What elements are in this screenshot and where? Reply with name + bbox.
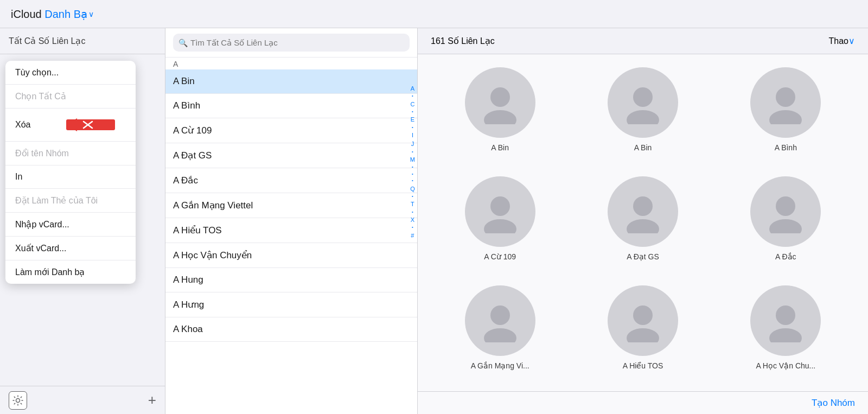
- alpha-m[interactable]: M: [410, 156, 415, 163]
- contact-card[interactable]: A Gắn Mạng Vi...: [434, 285, 566, 378]
- search-input[interactable]: [173, 34, 410, 52]
- avatar: [750, 285, 821, 356]
- alpha-hash[interactable]: #: [410, 232, 415, 239]
- list-item[interactable]: A Gắn Mạng Viettel: [165, 193, 417, 218]
- section-header-a: A: [165, 58, 417, 69]
- svg-point-5: [490, 87, 510, 107]
- list-item[interactable]: A Hưng: [165, 292, 417, 317]
- alpha-c[interactable]: C: [410, 100, 415, 108]
- svg-point-17: [490, 305, 510, 325]
- list-item[interactable]: A Hung: [165, 268, 417, 292]
- contact-grid: A Bin A Bin A Bình: [418, 54, 868, 391]
- contact-card-name: A Học Vận Chu...: [756, 361, 815, 370]
- list-item[interactable]: A Bin: [165, 69, 417, 94]
- contact-card[interactable]: A Đạt GS: [577, 176, 709, 269]
- app-title: iCloud Danh Bạ: [11, 8, 87, 21]
- contact-card[interactable]: A Bình: [720, 67, 852, 160]
- sidebar-group-label[interactable]: Tất Cả Số Liên Lạc: [0, 28, 165, 54]
- contact-card-name: A Đạt GS: [627, 252, 659, 261]
- contact-grid-panel: 161 Số Liên Lạc Thao∨ A Bin: [418, 28, 868, 414]
- svg-point-8: [627, 110, 659, 124]
- avatar: [608, 176, 678, 247]
- alpha-t[interactable]: T: [410, 200, 415, 208]
- menu-item-tuy-chon[interactable]: Tùy chọn...: [5, 61, 136, 85]
- svg-point-19: [633, 305, 653, 325]
- avatar: [465, 176, 535, 247]
- alpha-x[interactable]: X: [410, 216, 415, 224]
- search-bar: 🔍: [165, 28, 417, 58]
- contact-list-panel: 🔍 A A Bin A Bình A Cừ 109 A Đạt GS A Đắc…: [165, 28, 418, 414]
- list-item[interactable]: A Học Vận Chuyển: [165, 243, 417, 268]
- contact-card[interactable]: A Hiểu TOS: [577, 285, 709, 378]
- alpha-a[interactable]: A: [410, 85, 415, 92]
- contact-card-name: A Cừ 109: [484, 252, 516, 261]
- svg-point-20: [627, 328, 659, 342]
- top-bar: iCloud Danh Bạ ∨: [0, 0, 868, 28]
- menu-item-lam-moi[interactable]: Làm mới Danh bạ: [5, 260, 136, 284]
- list-item[interactable]: A Hiểu TOS: [165, 218, 417, 243]
- main-layout: Tất Cả Số Liên Lạc Tùy chọn... Chọn Tất …: [0, 28, 868, 414]
- thao-button[interactable]: Thao∨: [829, 36, 855, 46]
- alpha-index: A • C • E • I J • M • • • Q • T • X • #: [410, 85, 415, 239]
- alpha-dot: •: [410, 178, 415, 183]
- svg-point-12: [484, 219, 516, 233]
- contact-card-name: A Bình: [775, 143, 797, 152]
- grid-header-title: 161 Số Liên Lạc: [431, 36, 495, 46]
- avatar: [608, 285, 678, 356]
- menu-item-doi-ten-nhom[interactable]: Đổi tên Nhóm: [5, 142, 136, 165]
- contact-list: A A Bin A Bình A Cừ 109 A Đạt GS A Đắc A…: [165, 58, 417, 414]
- avatar: [465, 285, 535, 356]
- alpha-dot: •: [410, 149, 415, 155]
- alpha-q[interactable]: Q: [410, 185, 415, 193]
- avatar: [750, 67, 821, 138]
- alpha-dot: •: [410, 209, 415, 215]
- contact-card-name: A Bin: [634, 143, 652, 152]
- menu-item-dat-lam-the[interactable]: Đặt Làm Thẻ của Tôi: [5, 189, 136, 213]
- app-title-accent: Danh Bạ: [44, 8, 87, 20]
- menu-item-in[interactable]: In: [5, 165, 136, 189]
- svg-point-11: [490, 196, 510, 216]
- list-item[interactable]: A Cừ 109: [165, 118, 417, 143]
- alpha-dot: •: [410, 164, 415, 170]
- list-item[interactable]: A Bình: [165, 94, 417, 118]
- menu-item-chon-tat-ca[interactable]: Chọn Tất Cả: [5, 85, 136, 109]
- svg-point-7: [633, 87, 653, 107]
- gear-icon: [12, 395, 23, 406]
- alpha-dot: •: [410, 171, 415, 177]
- contact-card[interactable]: A Bin: [577, 67, 709, 160]
- avatar: [608, 67, 678, 138]
- alpha-dot: •: [410, 225, 415, 230]
- alpha-i[interactable]: I: [410, 131, 415, 139]
- sidebar: Tất Cả Số Liên Lạc Tùy chọn... Chọn Tất …: [0, 28, 165, 414]
- svg-point-21: [776, 305, 795, 325]
- contact-card-name: A Gắn Mạng Vi...: [471, 361, 529, 370]
- svg-point-15: [776, 196, 795, 216]
- svg-point-9: [776, 87, 795, 107]
- list-item[interactable]: A Đắc: [165, 168, 417, 193]
- alpha-e[interactable]: E: [410, 116, 415, 123]
- contact-card-name: A Đắc: [775, 252, 796, 261]
- list-item[interactable]: A Đạt GS: [165, 143, 417, 168]
- delete-label: Xóa: [15, 120, 30, 130]
- grid-footer: Tạo Nhóm: [418, 391, 868, 414]
- menu-item-xoa[interactable]: Xóa: [5, 109, 136, 142]
- create-group-button[interactable]: Tạo Nhóm: [812, 397, 855, 409]
- contact-card[interactable]: A Đắc: [720, 176, 852, 269]
- avatar: [750, 176, 821, 247]
- chevron-down-icon[interactable]: ∨: [88, 10, 94, 18]
- contact-card[interactable]: A Học Vận Chu...: [720, 285, 852, 378]
- svg-point-6: [484, 110, 516, 124]
- contact-card[interactable]: A Cừ 109: [434, 176, 566, 269]
- menu-item-xuat-vcard[interactable]: Xuất vCard...: [5, 237, 136, 260]
- gear-button[interactable]: [9, 391, 27, 410]
- contact-card-name: A Bin: [491, 143, 509, 152]
- alpha-j[interactable]: J: [410, 140, 415, 148]
- alpha-dot: •: [410, 125, 415, 130]
- add-contact-button[interactable]: +: [148, 393, 156, 407]
- contact-card[interactable]: A Bin: [434, 67, 566, 160]
- svg-point-10: [769, 110, 802, 124]
- list-item[interactable]: A Khoa: [165, 317, 417, 342]
- menu-item-nhap-vcard[interactable]: Nhập vCard...: [5, 213, 136, 237]
- svg-point-16: [769, 219, 802, 233]
- sidebar-bottom: +: [0, 386, 165, 414]
